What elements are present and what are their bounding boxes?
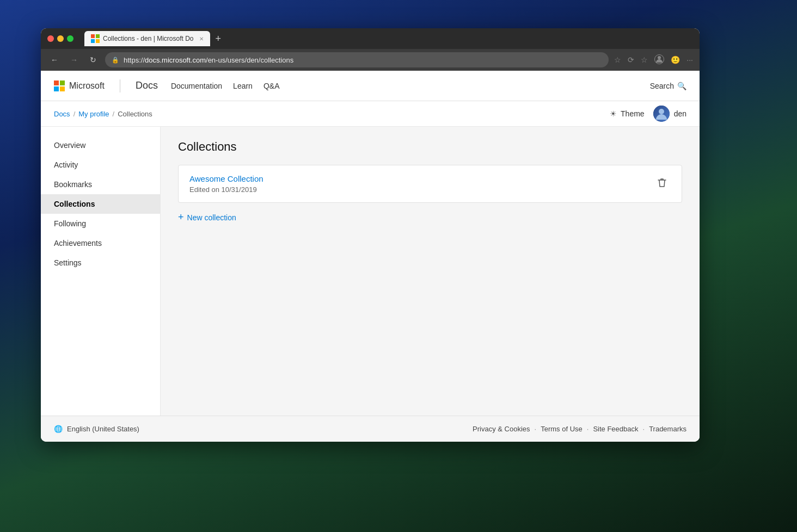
user-name: den [674, 109, 686, 118]
sidebar-item-bookmarks[interactable]: Bookmarks [41, 175, 160, 194]
profile-icon[interactable] [654, 54, 664, 66]
nav-divider [120, 79, 120, 92]
user-avatar [653, 106, 670, 122]
tab-close-icon[interactable]: ✕ [199, 36, 204, 42]
plus-icon: + [178, 212, 184, 223]
star-icon[interactable]: ☆ [614, 55, 621, 64]
refresh-icon[interactable]: ⟳ [628, 55, 634, 64]
search-label: Search [650, 82, 674, 90]
new-collection-link[interactable]: + New collection [178, 212, 682, 223]
globe-icon: 🌐 [54, 425, 63, 433]
footer-privacy[interactable]: Privacy & Cookies [473, 425, 530, 433]
collections-icon[interactable]: ☆ [641, 55, 648, 64]
nav-qa[interactable]: Q&A [263, 82, 280, 90]
theme-label: Theme [621, 109, 645, 118]
sidebar: Overview Activity Bookmarks Collections … [41, 127, 161, 416]
footer-links: Privacy & Cookies · Terms of Use · Site … [473, 425, 686, 433]
svg-rect-2 [91, 39, 95, 43]
footer-trademarks[interactable]: Trademarks [649, 425, 686, 433]
tab-favicon [91, 34, 100, 43]
lock-icon: 🔒 [112, 57, 119, 64]
sidebar-item-achievements[interactable]: Achievements [41, 233, 160, 253]
svg-rect-3 [96, 39, 100, 43]
ms-squares-icon [54, 81, 65, 91]
svg-point-5 [658, 56, 661, 59]
new-collection-label: New collection [187, 213, 236, 222]
minimize-button[interactable] [57, 35, 64, 42]
microsoft-logo[interactable]: Microsoft [54, 81, 105, 91]
search-button[interactable]: Search 🔍 [650, 82, 686, 90]
breadcrumb-sep-2: / [113, 110, 115, 118]
breadcrumb-docs[interactable]: Docs [54, 110, 70, 118]
footer-site-feedback[interactable]: Site Feedback [593, 425, 638, 433]
address-bar-icons: ☆ ⟳ ☆ 🙂 ··· [614, 54, 693, 66]
user-section[interactable]: den [653, 106, 686, 122]
main-content: Overview Activity Bookmarks Collections … [41, 127, 700, 416]
maximize-button[interactable] [67, 35, 73, 42]
footer: 🌐 English (United States) Privacy & Cook… [41, 416, 700, 442]
content-area: Collections Awesome Collection Edited on… [161, 127, 700, 416]
sidebar-item-activity[interactable]: Activity [41, 155, 160, 175]
theme-button[interactable]: ☀ Theme [609, 109, 645, 118]
footer-terms[interactable]: Terms of Use [541, 425, 583, 433]
breadcrumb-right: ☀ Theme [609, 106, 686, 122]
back-button[interactable]: ← [47, 53, 62, 66]
nav-links: Documentation Learn Q&A [171, 82, 280, 90]
forward-button[interactable]: → [67, 53, 81, 66]
theme-icon: ☀ [609, 109, 617, 118]
svg-point-7 [659, 109, 664, 114]
nav-brand[interactable]: Docs [136, 80, 158, 91]
sidebar-item-following[interactable]: Following [41, 214, 160, 233]
url-bar[interactable]: 🔒 https://docs.microsoft.com/en-us/users… [105, 52, 609, 67]
collection-info: Awesome Collection Edited on 10/31/2019 [189, 174, 263, 194]
footer-locale: 🌐 English (United States) [54, 425, 139, 433]
collection-card: Awesome Collection Edited on 10/31/2019 [178, 165, 682, 203]
sidebar-item-overview[interactable]: Overview [41, 135, 160, 155]
microsoft-label: Microsoft [69, 81, 105, 91]
browser-window: Collections - den | Microsoft Do ✕ + ← →… [41, 28, 700, 442]
top-nav: Microsoft Docs Documentation Learn Q&A S… [41, 71, 700, 101]
sidebar-item-settings[interactable]: Settings [41, 253, 160, 273]
page: Microsoft Docs Documentation Learn Q&A S… [41, 71, 700, 442]
new-tab-button[interactable]: + [212, 32, 225, 46]
url-text: https://docs.microsoft.com/en-us/users/d… [124, 56, 293, 64]
collection-name[interactable]: Awesome Collection [189, 174, 263, 183]
delete-collection-button[interactable] [653, 176, 671, 192]
tab-bar: Collections - den | Microsoft Do ✕ + [84, 31, 224, 46]
breadcrumb-sep-1: / [73, 110, 76, 118]
sidebar-item-collections[interactable]: Collections [41, 194, 160, 214]
nav-learn[interactable]: Learn [233, 82, 253, 90]
reload-button[interactable]: ↻ [87, 53, 100, 66]
search-icon: 🔍 [677, 82, 686, 90]
more-icon[interactable]: ··· [686, 55, 693, 64]
collection-edited: Edited on 10/31/2019 [189, 185, 263, 194]
svg-rect-0 [91, 34, 95, 38]
breadcrumb-my-profile[interactable]: My profile [78, 110, 109, 118]
active-tab[interactable]: Collections - den | Microsoft Do ✕ [84, 31, 210, 46]
title-bar: Collections - den | Microsoft Do ✕ + [41, 28, 700, 49]
emoji-icon[interactable]: 🙂 [671, 55, 680, 64]
breadcrumb-bar: Docs / My profile / Collections ☀ Theme [41, 101, 700, 127]
traffic-lights [47, 35, 73, 42]
close-button[interactable] [47, 35, 54, 42]
address-bar: ← → ↻ 🔒 https://docs.microsoft.com/en-us… [41, 49, 700, 71]
locale-label: English (United States) [67, 425, 139, 433]
svg-rect-1 [96, 34, 100, 38]
page-title: Collections [178, 140, 682, 154]
breadcrumb-current: Collections [118, 110, 152, 118]
breadcrumb: Docs / My profile / Collections [54, 110, 152, 118]
tab-label: Collections - den | Microsoft Do [103, 35, 194, 42]
nav-documentation[interactable]: Documentation [171, 82, 222, 90]
